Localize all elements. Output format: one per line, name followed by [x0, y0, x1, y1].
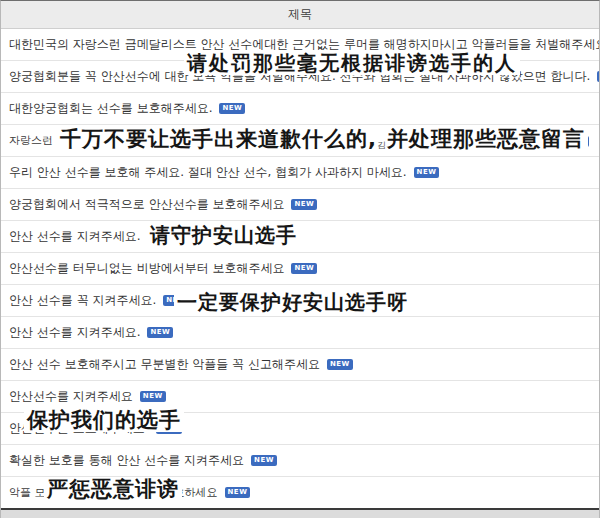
new-badge: NEW	[219, 103, 245, 114]
board-header: 제목	[1, 1, 599, 29]
post-title-link[interactable]: 우리 안산 선수를 보호해 주세요. 절대 안산 선수, 협회가 사과하지 마세…	[9, 164, 407, 181]
chinese-annotation-1: 请处罚那些毫无根据诽谤选手的人	[184, 52, 520, 75]
post-row[interactable]: 우리 안산 선수를 보호해 주세요. 절대 안산 선수, 협회가 사과하지 마세…	[1, 157, 599, 189]
post-title-link[interactable]: 안산 선수를 지켜주세요.	[9, 324, 140, 341]
chinese-annotation-3: 请守护安山选手	[147, 224, 300, 247]
post-row[interactable]: 안산선수를 터무니없는 비방에서부터 보호해주세요NEW	[1, 253, 599, 285]
post-title-link[interactable]: 안산 선수를 꼭 지켜주세요.	[9, 292, 156, 309]
post-title-link[interactable]: 대한양궁협회는 선수를 보호해주세요.	[9, 100, 212, 117]
post-list: 대한민국의 자랑스런 금메달리스트 안산 선수에대한 근거없는 루머를 해명하지…	[1, 29, 599, 509]
post-title-link[interactable]: 확실한 보호를 통해 안산 선수를 지켜주세요	[9, 452, 244, 469]
chinese-annotation-4: 一定要保护好安山选手呀	[174, 291, 411, 314]
new-badge: NEW	[327, 359, 353, 370]
post-title-link[interactable]: 안산 선수 보호해주시고 무분별한 악플들 꼭 신고해주세요	[9, 356, 320, 373]
post-row[interactable]: 대한양궁협회는 선수를 보호해주세요.NEW	[1, 93, 599, 125]
annotation-text: 保护我们的选手	[27, 408, 181, 432]
annotation-text: 请守护安山选手	[150, 223, 297, 247]
post-title-link[interactable]: 악플 모	[9, 485, 46, 500]
post-row[interactable]: 양궁협회에서 적극적으로 안산선수를 보호해주세요NEW	[1, 189, 599, 221]
post-title-link[interactable]: 안산 선수를 지켜주세요.	[9, 228, 140, 245]
post-row[interactable]: 안산 선수를 지켜주세요.NEW	[1, 221, 599, 253]
new-badge: NEW	[597, 71, 599, 82]
chinese-annotation-6: 严惩恶意诽谤	[44, 477, 182, 501]
chinese-annotation-2: 千万不要让选手出来道歉什么的,김并处理那些恶意留言	[57, 127, 588, 151]
new-badge: NEW	[291, 263, 317, 274]
post-title-link[interactable]: 안산선수를 지켜주세요	[9, 388, 133, 405]
annotation-text: 严惩恶意诽谤	[47, 477, 179, 501]
annotation-text: 并处理那些恶意留言	[387, 127, 585, 151]
post-row[interactable]: 안산 선수를 지켜주세요.NEW	[1, 317, 599, 349]
new-badge: NEW	[225, 487, 251, 498]
board-bottom-border	[1, 508, 599, 518]
bulletin-board: 제목 대한민국의 자랑스런 금메달리스트 안산 선수에대한 근거없는 루머를 해…	[0, 0, 600, 518]
title-column-header: 제목	[288, 6, 312, 23]
new-badge: NEW	[291, 199, 317, 210]
annotation-text: 千万不要让选手出来道歉什么的,	[60, 127, 377, 151]
annotation-text: 一定要保护好安山选手呀	[177, 290, 408, 314]
annotation-text: 请处罚那些毫无根据诽谤选手的人	[187, 51, 517, 75]
new-badge: NEW	[251, 455, 277, 466]
post-row[interactable]: 확실한 보호를 통해 안산 선수를 지켜주세요NEW	[1, 445, 599, 477]
new-badge: NEW	[147, 327, 173, 338]
post-row[interactable]: 안산 선수 보호해주시고 무분별한 악플들 꼭 신고해주세요NEW	[1, 349, 599, 381]
new-badge: NEW	[140, 391, 166, 402]
new-badge: NEW	[414, 167, 440, 178]
underlying-korean-glyph: 김	[377, 140, 387, 150]
post-title-link[interactable]: 안산선수를 터무니없는 비방에서부터 보호해주세요	[9, 260, 284, 277]
post-title-link[interactable]: 양궁협회에서 적극적으로 안산선수를 보호해주세요	[9, 196, 284, 213]
chinese-annotation-5: 保护我们的选手	[24, 408, 184, 432]
